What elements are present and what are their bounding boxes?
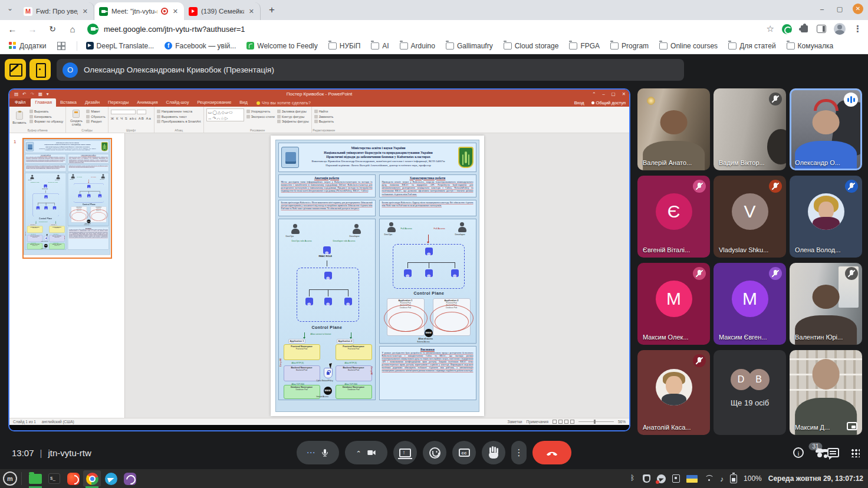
bookmark-folder-articles[interactable]: Для статей [724,40,780,52]
more-options-button[interactable] [511,441,527,464]
new-slide-button[interactable]: Создать слайд [68,108,84,127]
back-button[interactable] [5,21,20,37]
side-panel-icon[interactable] [817,25,826,33]
mic-button[interactable] [297,441,339,464]
picture-in-picture-icon[interactable] [847,422,857,430]
participant-tile[interactable]: Вадим Віктор... [714,88,786,170]
shape-fill-button[interactable]: Заливка фигуры [277,110,309,113]
profile-avatar[interactable] [834,23,846,35]
undo-icon[interactable] [22,91,26,97]
ppt-tab-animations[interactable]: Анимация [133,98,162,107]
language-indicator[interactable]: английский (США) [42,420,74,424]
mint-menu-button[interactable] [3,471,17,486]
participant-tile[interactable]: Максим Д... [790,350,862,435]
align-text-button[interactable]: Выровнять текст [157,115,201,118]
reload-button[interactable] [45,21,60,37]
paste-button[interactable]: Вставить [12,108,27,127]
meeting-details-icon[interactable] [793,447,804,458]
zoom-slider[interactable] [578,421,614,422]
copy-button[interactable]: Копировать [29,115,63,118]
ppt-tab-insert[interactable]: Вставка [56,98,81,107]
participant-tile[interactable]: Валентин Юрі... [790,263,862,345]
yellow-door-extension-icon[interactable] [29,59,51,80]
bluetooth-icon[interactable] [630,474,636,483]
video-options-icon[interactable] [356,447,361,458]
smartart-button[interactable]: Преобразовать в SmartArt [157,120,201,123]
ppt-tab-design[interactable]: Дизайн [81,98,104,107]
ppt-share-button[interactable]: Общий доступ [591,100,626,105]
ppt-tab-home[interactable]: Главная [31,98,56,107]
tab-list-chevron-icon[interactable] [2,2,18,18]
ribbon-options-icon[interactable] [592,91,596,97]
minimize-button[interactable] [817,5,827,12]
redo-icon[interactable] [30,91,34,97]
bookmark-folder-komunalka[interactable]: Комуналка [782,40,838,52]
tab-close-icon[interactable] [172,8,179,15]
bookmark-feedly[interactable]: Welcome to Feedly [242,40,322,52]
battery-icon[interactable] [730,474,737,483]
browser-menu-icon[interactable] [853,24,862,34]
forward-button[interactable] [25,21,40,37]
font-style-buttons[interactable]: Ж К Ч S abc АВ Aa [111,117,152,120]
home-button[interactable] [65,21,80,37]
ppt-tab-transitions[interactable]: Переходы [104,98,133,107]
bookmark-folder-arduino[interactable]: Arduino [396,40,439,52]
grammarly-extension-icon[interactable] [782,24,792,34]
ukraine-flag-language-icon[interactable] [686,475,698,483]
notes-button[interactable]: Заметки [508,420,522,424]
participant-tile-speaking[interactable]: Олександр О... [790,88,862,170]
bookmark-deepl[interactable]: DeepL Translate... [82,40,159,52]
shape-effects-button[interactable]: Эффекты фигуры [277,120,309,123]
chat-icon[interactable] [827,448,839,457]
activities-grid-icon[interactable] [851,449,860,457]
maximize-button[interactable] [835,5,844,13]
taskbar-telegram[interactable] [102,470,120,487]
ppt-tab-view[interactable]: Вид [235,98,252,107]
bookmark-folder-program[interactable]: Program [606,40,653,52]
taskbar-files[interactable] [27,470,44,487]
participant-tile[interactable]: Є Євгеній Віталі... [637,176,710,258]
wifi-icon[interactable] [704,475,714,482]
ppt-close-button[interactable] [622,91,626,97]
site-favicon-meet[interactable] [87,24,98,35]
music-player-icon[interactable] [720,473,724,484]
slide-editing-area[interactable]: Міністерство освіти і науки України Наці… [125,133,629,418]
clock[interactable]: Середа жовтня 29, 13:07:12 [768,474,863,483]
bookmark-star-icon[interactable] [767,24,774,34]
replace-button[interactable]: Заменить [314,115,334,118]
ppt-minimize-button[interactable] [602,91,604,97]
taskbar-viber[interactable] [121,470,139,487]
participant-tile[interactable]: M Максим Євген... [714,263,786,345]
present-button[interactable] [393,441,417,464]
presenter-pill[interactable]: O Олександр Олександрович Кривобок (През… [57,59,684,81]
participant-tile[interactable]: V Vladyslav Shku... [714,176,786,258]
select-button[interactable]: Выделить [314,120,334,123]
bookmark-folder-cloud[interactable]: Cloud storage [499,40,563,52]
ppt-signin-button[interactable]: Вход [574,100,584,105]
participant-tile[interactable]: Анатолій Каса... [637,350,710,435]
bookmark-folder-nubip[interactable]: НУБіП [324,40,364,52]
zoom-level[interactable]: 56% [618,420,626,424]
find-button[interactable]: Найти [314,110,334,113]
telegram-tray-icon[interactable] [657,474,666,483]
close-button[interactable] [853,4,863,14]
participant-tile[interactable]: Олена Волод... [790,176,862,258]
section-button[interactable]: Раздел [86,120,105,123]
shape-outline-button[interactable]: Контур фигуры [277,115,309,118]
shapes-gallery[interactable]: ▭◯△◇▱⬭ ↔↷⌒☆▷ [206,108,244,121]
tab-meet-active[interactable]: Meet: "jtn-vytu-rtw" [94,2,184,20]
reset-button[interactable]: Сбросить [86,115,105,118]
captions-button[interactable]: cc [452,441,476,464]
quick-styles-button[interactable]: Экспресс-стили [246,115,275,118]
participant-tile[interactable]: M Максим Олек... [637,263,710,345]
update-shield-icon[interactable] [643,474,650,483]
raise-hand-button[interactable] [482,441,505,464]
cut-button[interactable]: Вырезать [29,110,63,113]
bookmark-grid[interactable] [53,40,72,51]
ppt-tab-slideshow[interactable]: Слайд-шоу [162,98,193,107]
slide-thumbnail[interactable]: Міністерство освіти і науки України Наці… [22,138,112,259]
taskbar-chrome[interactable] [83,470,101,487]
font-size-box[interactable] [137,110,146,114]
text-direction-button[interactable]: Направление текста [157,110,201,113]
ppt-maximize-button[interactable] [611,91,616,97]
